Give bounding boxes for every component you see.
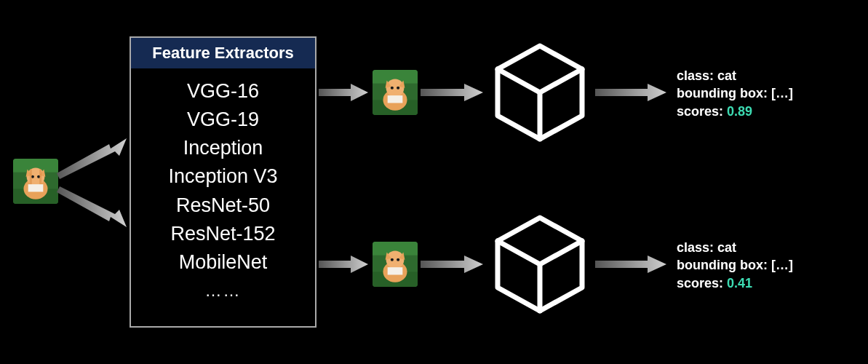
arrow-thumb-to-cube-bottom (421, 253, 485, 275)
output-scores-line: scores: 0.41 (677, 274, 793, 292)
output-scores-label: scores: (677, 104, 723, 119)
output-class-line: class: cat (677, 67, 793, 84)
feature-extractors-header: Feature Extractors (131, 38, 315, 68)
branch-image-top (373, 70, 418, 115)
model-cube-bottom (489, 212, 591, 314)
arrow-fe-to-thumb-top (319, 82, 370, 103)
svg-marker-25 (421, 84, 483, 101)
model-cube-top (489, 40, 591, 142)
fe-more: …… (135, 281, 311, 301)
fe-item: MobileNet (135, 248, 311, 277)
svg-rect-39 (388, 267, 403, 274)
output-bbox-label: bounding box: (677, 258, 768, 272)
output-class-value: cat (717, 68, 736, 83)
svg-point-38 (397, 258, 399, 261)
output-class-label: class: (677, 240, 714, 255)
arrow-cube-to-output-bottom (595, 253, 668, 275)
input-image (13, 159, 58, 204)
output-block-bottom: class: cat bounding box: […] scores: 0.4… (677, 239, 793, 292)
arrow-input-to-fe-top (57, 138, 130, 182)
output-class-label: class: (677, 68, 714, 83)
svg-point-19 (386, 79, 405, 97)
output-bbox-value: […] (771, 86, 793, 100)
svg-point-37 (391, 258, 394, 261)
fe-item: ResNet-50 (135, 191, 311, 220)
output-bbox-value: […] (771, 258, 793, 272)
arrow-cube-to-output-top (595, 82, 668, 103)
svg-marker-40 (421, 256, 483, 273)
branch-image-bottom (373, 242, 418, 287)
output-scores-line: scores: 0.89 (677, 103, 793, 120)
svg-rect-24 (388, 95, 403, 103)
svg-point-23 (397, 87, 399, 90)
svg-marker-12 (57, 138, 127, 179)
output-class-line: class: cat (677, 239, 793, 256)
svg-marker-43 (595, 256, 666, 273)
fe-item: Inception V3 (135, 162, 311, 191)
output-block-top: class: cat bounding box: […] scores: 0.8… (677, 67, 793, 120)
output-scores-value: 0.41 (727, 276, 752, 290)
arrow-input-to-fe-bottom (57, 183, 130, 227)
output-scores-label: scores: (677, 276, 723, 290)
svg-point-4 (27, 167, 45, 186)
output-scores-value: 0.89 (727, 104, 752, 119)
output-bbox-label: bounding box: (677, 86, 768, 100)
fe-item: VGG-19 (135, 106, 311, 134)
fe-item: Inception (135, 134, 311, 162)
svg-rect-11 (28, 184, 44, 191)
svg-marker-28 (595, 84, 666, 101)
svg-marker-13 (57, 186, 127, 227)
arrow-thumb-to-cube-top (421, 82, 485, 103)
output-bbox-line: bounding box: […] (677, 84, 793, 102)
feature-extractors-panel: Feature Extractors VGG-16 VGG-19 Incepti… (130, 36, 316, 328)
fe-item: VGG-16 (135, 77, 311, 106)
svg-marker-14 (319, 84, 368, 101)
arrow-fe-to-thumb-bottom (319, 253, 370, 275)
feature-extractors-list: VGG-16 VGG-19 Inception Inception V3 Res… (131, 68, 315, 301)
svg-point-34 (386, 250, 405, 269)
svg-point-22 (391, 87, 394, 90)
fe-item: ResNet-152 (135, 220, 311, 248)
svg-marker-29 (319, 256, 368, 273)
output-bbox-line: bounding box: […] (677, 256, 793, 274)
output-class-value: cat (717, 240, 736, 255)
